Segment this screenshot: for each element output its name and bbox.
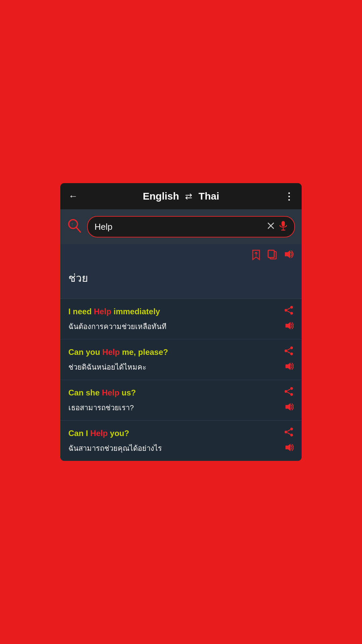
svg-text:↑: ↑ bbox=[71, 221, 73, 227]
svg-marker-23 bbox=[286, 363, 291, 370]
speak-result-button[interactable] bbox=[284, 250, 294, 263]
svg-line-33 bbox=[287, 430, 290, 431]
phrase-thai: ฉันสามารถช่วยคุณได้อย่างไร bbox=[68, 443, 279, 454]
phrase-english: Can you Help me, please? bbox=[68, 347, 279, 357]
clear-button[interactable] bbox=[267, 222, 275, 232]
svg-line-27 bbox=[287, 389, 290, 391]
phrase-thai: ช่วยดิฉันหน่อยได้ไหมคะ bbox=[68, 362, 279, 373]
svg-line-28 bbox=[287, 392, 290, 394]
speak-button[interactable] bbox=[284, 402, 294, 414]
bookmark-button[interactable] bbox=[251, 250, 261, 263]
svg-point-30 bbox=[290, 428, 293, 430]
search-input[interactable] bbox=[95, 222, 263, 232]
result-actions bbox=[68, 250, 294, 263]
svg-line-22 bbox=[287, 352, 290, 353]
more-options-button[interactable]: ⋮ bbox=[284, 191, 294, 202]
svg-marker-35 bbox=[286, 444, 291, 451]
svg-line-21 bbox=[287, 348, 290, 350]
phrase-english: Can I Help you? bbox=[68, 428, 279, 438]
svg-point-26 bbox=[285, 390, 287, 393]
svg-line-1 bbox=[76, 227, 80, 232]
swap-languages-button[interactable]: ⇄ bbox=[185, 191, 192, 202]
source-language[interactable]: English bbox=[143, 191, 179, 202]
phrase-english: I need Help immediately bbox=[68, 306, 279, 317]
svg-marker-17 bbox=[286, 322, 291, 329]
svg-point-32 bbox=[285, 431, 287, 433]
translation-result: ช่วย bbox=[60, 244, 302, 299]
share-button[interactable] bbox=[284, 387, 294, 398]
svg-point-25 bbox=[290, 393, 293, 396]
phrase-thai: ฉันต้องการความช่วยเหลือทันที bbox=[68, 322, 279, 332]
phrase-item: Can she Help us? เธอสามารถช่วยเรา? bbox=[60, 380, 302, 420]
copy-button[interactable] bbox=[267, 250, 277, 263]
speak-button[interactable] bbox=[284, 362, 294, 373]
svg-line-34 bbox=[287, 433, 290, 434]
svg-point-20 bbox=[285, 350, 287, 352]
share-button[interactable] bbox=[284, 427, 294, 439]
header-title: English ⇄ Thai bbox=[82, 191, 280, 202]
svg-line-15 bbox=[287, 308, 290, 310]
svg-rect-5 bbox=[282, 221, 285, 226]
phrase-thai: เธอสามารถช่วยเรา? bbox=[68, 403, 279, 413]
speak-button[interactable] bbox=[284, 321, 294, 332]
svg-line-16 bbox=[287, 311, 290, 313]
svg-marker-29 bbox=[286, 403, 291, 411]
target-language[interactable]: Thai bbox=[198, 191, 219, 202]
svg-point-12 bbox=[290, 306, 293, 309]
search-bar-container: ↑ bbox=[60, 209, 302, 244]
svg-marker-11 bbox=[285, 250, 290, 258]
share-button[interactable] bbox=[284, 306, 294, 317]
phone-container: ← English ⇄ Thai ⋮ ↑ bbox=[60, 183, 302, 461]
phrase-item: Can you Help me, please? ช่วยดิฉันหน่อยไ… bbox=[60, 339, 302, 380]
svg-point-18 bbox=[290, 346, 293, 349]
search-icon: ↑ bbox=[67, 219, 83, 235]
phrase-item: I need Help immediately ฉันต้องการความช่… bbox=[60, 299, 302, 339]
phrase-item: Can I Help you? ฉันสามารถช่วยคุณได้อย่าง… bbox=[60, 420, 302, 461]
microphone-button[interactable] bbox=[279, 221, 288, 233]
search-input-box bbox=[87, 216, 295, 237]
svg-point-14 bbox=[285, 309, 287, 312]
translated-text: ช่วย bbox=[68, 268, 294, 290]
share-button[interactable] bbox=[284, 346, 294, 358]
phrase-english: Can she Help us? bbox=[68, 387, 279, 398]
svg-point-19 bbox=[290, 353, 293, 355]
speak-button[interactable] bbox=[284, 443, 294, 454]
svg-point-31 bbox=[290, 434, 293, 436]
svg-point-13 bbox=[290, 312, 293, 315]
phrase-list: I need Help immediately ฉันต้องการความช่… bbox=[60, 299, 302, 461]
back-button[interactable]: ← bbox=[68, 191, 78, 202]
svg-rect-9 bbox=[268, 250, 274, 258]
header: ← English ⇄ Thai ⋮ bbox=[60, 183, 302, 209]
svg-point-24 bbox=[290, 387, 293, 390]
